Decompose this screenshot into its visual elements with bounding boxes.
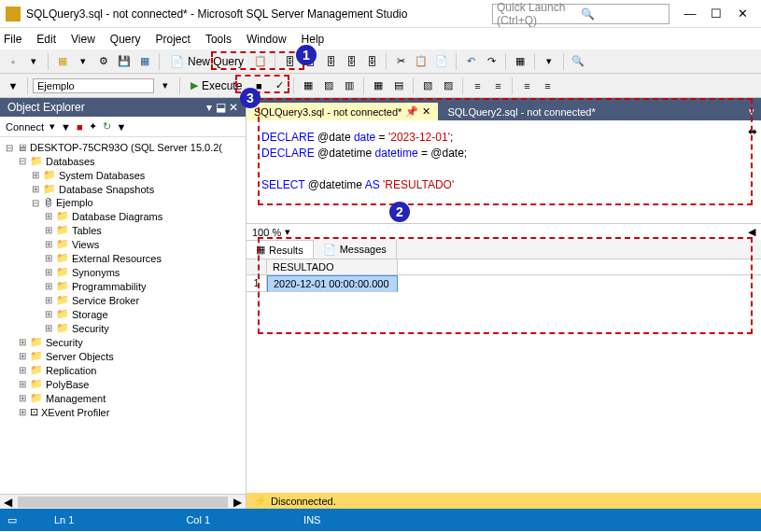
explorer-hscroll[interactable]: ◀▶	[0, 494, 246, 509]
zoom-value[interactable]: 100 %	[252, 227, 281, 238]
maximize-button[interactable]: ☐	[703, 4, 729, 24]
nav-fwd-icon[interactable]: ▾	[24, 52, 43, 71]
close-button[interactable]: ✕	[729, 4, 755, 24]
connect-dropdown-icon[interactable]: ▾	[49, 120, 55, 133]
object-explorer-panel: Object Explorer ▾ ⬓ ✕ Connect ▾ ▼ ■ ✦ ↻ …	[0, 98, 247, 509]
menu-window[interactable]: Window	[247, 33, 287, 46]
diagrams-node[interactable]: ⊞📁Database Diagrams	[4, 209, 242, 223]
db-selector[interactable]: Ejemplo	[33, 78, 154, 93]
db-icon-3[interactable]: 🗄	[321, 52, 340, 71]
options-icon[interactable]: ▥	[340, 77, 359, 95]
menu-project[interactable]: Project	[156, 33, 190, 46]
new-icon[interactable]: ▦	[53, 52, 72, 71]
gear-icon[interactable]: ⚙	[94, 52, 113, 71]
repl-node[interactable]: ⊞📁Replication	[4, 363, 242, 377]
menu-edit[interactable]: Edit	[36, 33, 56, 46]
folder-icon: 📁	[30, 350, 43, 362]
copy-icon[interactable]: 📋	[412, 52, 430, 71]
explorer-header: Object Explorer ▾ ⬓ ✕	[0, 98, 246, 117]
prog-node[interactable]: ⊞📁Programmability	[4, 279, 242, 293]
grid-row[interactable]: 1 2020-12-01 00:00:00.000	[247, 275, 761, 292]
storage-node[interactable]: ⊞📁Storage	[4, 307, 242, 321]
minimize-button[interactable]: —	[677, 4, 703, 24]
filter-icon[interactable]: ▼	[4, 77, 22, 95]
parse-icon[interactable]: ✓	[270, 77, 289, 95]
results-tab[interactable]: ▦ Results	[247, 240, 314, 259]
comment-icon[interactable]: ▾	[540, 52, 558, 71]
xevent-node[interactable]: ⊞⊡XEvent Profiler	[4, 405, 242, 419]
connect-sync-icon[interactable]: ↻	[103, 120, 111, 133]
secdb-node[interactable]: ⊞📁Security	[4, 321, 242, 335]
redo-icon[interactable]: ↷	[482, 52, 500, 71]
include-plan-icon[interactable]: ▧	[418, 77, 437, 95]
connect-filter2-icon[interactable]: ▼	[117, 121, 127, 133]
plan-icon[interactable]: ▦	[299, 77, 317, 95]
nav-back-icon[interactable]: ◦	[4, 52, 22, 71]
security-node[interactable]: ⊞📁Security	[4, 335, 242, 349]
sql-editor[interactable]: DECLARE @date date = '2023-12-01'; DECLA…	[247, 120, 761, 223]
save-icon[interactable]: 💾	[115, 52, 134, 71]
menu-file[interactable]: File	[4, 33, 21, 46]
cut-icon[interactable]: ✂	[391, 52, 410, 71]
results-text-icon[interactable]: ▤	[389, 77, 408, 95]
tab-sqlquery3[interactable]: SQLQuery3.sql - not connected* 📌 ✕	[247, 103, 438, 120]
quick-launch-input[interactable]: Quick Launch (Ctrl+Q) 🔍	[492, 4, 669, 24]
find-icon[interactable]: 🔍	[569, 52, 587, 71]
stats-icon[interactable]: ▨	[319, 77, 338, 95]
save-all-icon[interactable]: ▦	[135, 52, 154, 71]
comment-out-icon[interactable]: ≡	[517, 77, 536, 95]
new-query-button[interactable]: 📄 New Query	[164, 53, 249, 70]
column-header[interactable]: RESULTADO	[267, 259, 398, 274]
menu-query[interactable]: Query	[110, 33, 141, 46]
execute-button[interactable]: ▶ Execute	[185, 77, 247, 94]
results-grid-icon[interactable]: ▦	[369, 77, 388, 95]
db-icon-4[interactable]: 🗄	[342, 52, 360, 71]
status-window-icon[interactable]: ▭	[7, 514, 17, 526]
tab-close-icon[interactable]: ✕	[422, 105, 430, 118]
tab-sqlquery2[interactable]: SQLQuery2.sql - not connected*	[440, 104, 602, 120]
menu-tools[interactable]: Tools	[205, 33, 232, 46]
zoom-left-icon[interactable]: ◀	[748, 226, 755, 238]
snap-node[interactable]: ⊞📁Database Snapshots	[4, 182, 242, 196]
connect-button[interactable]: Connect	[6, 121, 44, 133]
result-cell[interactable]: 2020-12-01 00:00:00.000	[267, 275, 398, 292]
open-icon[interactable]: ▾	[74, 52, 92, 71]
grid-corner	[247, 259, 267, 274]
syn-node[interactable]: ⊞📁Synonyms	[4, 265, 242, 279]
launch-icon[interactable]: ▦	[511, 52, 529, 71]
indent-left-icon[interactable]: ≡	[488, 77, 507, 95]
dropdown-icon[interactable]: ▾	[156, 77, 175, 95]
connect-stop-icon[interactable]: ■	[77, 121, 83, 133]
db-icon-5[interactable]: 🗄	[362, 52, 381, 71]
poly-node[interactable]: ⊞📁PolyBase	[4, 377, 242, 391]
menu-help[interactable]: Help	[302, 33, 325, 46]
messages-tab[interactable]: 📄 Messages	[314, 240, 397, 259]
sbroker-node[interactable]: ⊞📁Service Broker	[4, 293, 242, 307]
sysdb-node[interactable]: ⊞📁System Databases	[4, 168, 242, 182]
views-node[interactable]: ⊞📁Views	[4, 237, 242, 251]
databases-node[interactable]: ⊟📁Databases	[4, 154, 242, 168]
include-stats-icon[interactable]: ▨	[439, 77, 458, 95]
mgmt-node[interactable]: ⊞📁Management	[4, 391, 242, 405]
menu-view[interactable]: View	[71, 33, 95, 46]
annotation-2: 2	[389, 202, 410, 222]
result-grid[interactable]: RESULTADO 1 2020-12-01 00:00:00.000	[247, 259, 761, 493]
ejemplo-node[interactable]: ⊟🛢Ejemplo	[4, 196, 242, 209]
server-node[interactable]: ⊟🖥DESKTOP-75CR93O (SQL Server 15.0.2(	[4, 141, 242, 154]
serverobj-node[interactable]: ⊞📁Server Objects	[4, 349, 242, 363]
search-icon[interactable]: 🔍	[581, 7, 665, 21]
uncomment-icon[interactable]: ≡	[538, 77, 557, 95]
extres-node[interactable]: ⊞📁External Resources	[4, 251, 242, 265]
zoom-dropdown-icon[interactable]: ▾	[285, 226, 290, 238]
pin-icon[interactable]: 📌	[405, 105, 418, 118]
query-icon[interactable]: 📋	[251, 52, 270, 71]
tab-dropdown-icon[interactable]: ▾	[742, 102, 761, 120]
indent-right-icon[interactable]: ≡	[468, 77, 486, 95]
connect-refresh-icon[interactable]: ✦	[89, 120, 97, 133]
split-icon[interactable]: ⬌	[748, 124, 757, 140]
paste-icon[interactable]: 📄	[432, 52, 451, 71]
connect-filter-icon[interactable]: ▼	[61, 121, 71, 133]
object-tree[interactable]: ⊟🖥DESKTOP-75CR93O (SQL Server 15.0.2( ⊟📁…	[0, 137, 246, 494]
undo-icon[interactable]: ↶	[461, 52, 480, 71]
tables-node[interactable]: ⊞📁Tables	[4, 223, 242, 237]
